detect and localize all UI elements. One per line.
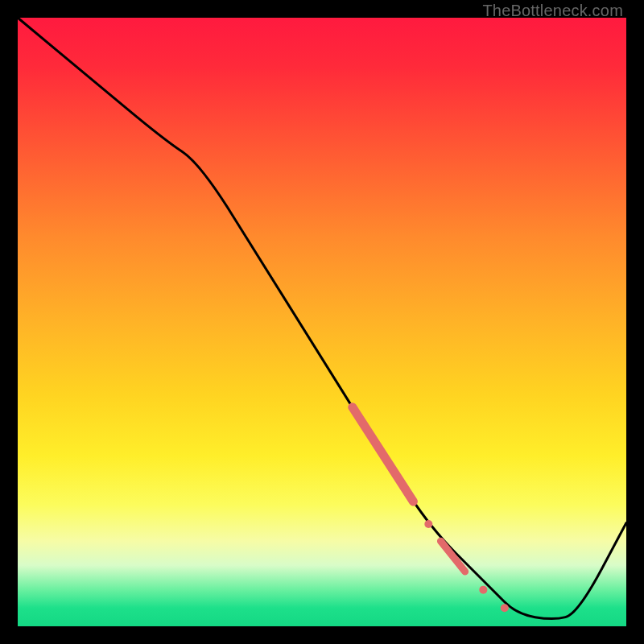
marker-segment [440,541,464,572]
marker-dot [479,586,487,594]
watermark-text: TheBottleneck.com [482,2,623,20]
bottleneck-curve [18,18,626,619]
chart-overlay [18,18,626,626]
marker-dot [424,520,432,528]
marker-segment [353,407,414,502]
marker-dot [501,604,509,612]
